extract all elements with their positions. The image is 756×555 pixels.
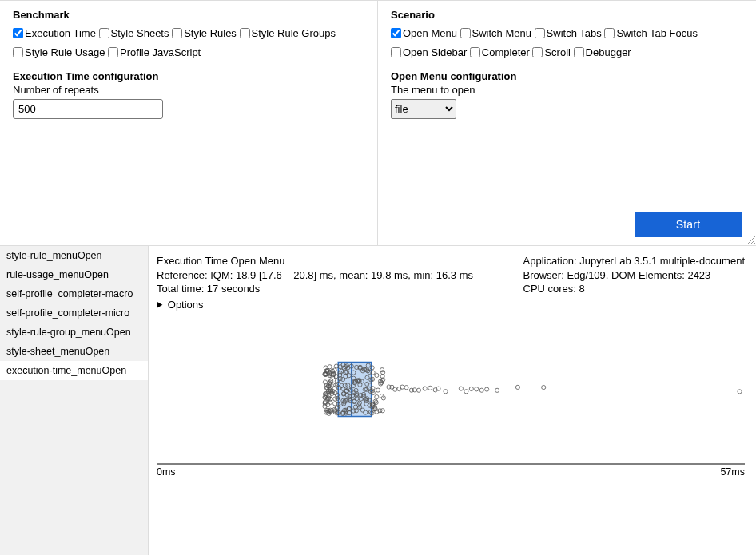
sidebar-item[interactable]: style-rule-group_menuOpen [0, 323, 148, 342]
results-app: Application: JupyterLab 3.5.1 multiple-d… [523, 254, 746, 268]
svg-line-2 [754, 243, 755, 244]
benchmark-option[interactable]: Profile JavaScript [108, 46, 201, 58]
chart-area: 0ms 57ms [157, 315, 745, 483]
sidebar-item[interactable]: self-profile_completer-micro [0, 303, 148, 323]
benchmark-checkbox[interactable] [108, 47, 118, 57]
results-sidebar: style-rule_menuOpenrule-usage_menuOpense… [0, 246, 149, 555]
benchmark-checkboxes: Execution Time Style Sheets Style Rules … [13, 24, 364, 62]
results-summary-left: Execution Time Open Menu Reference: IQM:… [157, 254, 473, 296]
svg-point-151 [328, 364, 332, 368]
x-axis-min: 0ms [157, 466, 176, 478]
resize-handle-icon[interactable] [747, 236, 755, 244]
sidebar-item[interactable]: rule-usage_menuOpen [0, 265, 148, 284]
scenario-option[interactable]: Debugger [574, 46, 631, 58]
scenario-config-title: Open Menu configuration [391, 70, 743, 82]
benchmark-checkbox[interactable] [240, 28, 250, 38]
svg-point-244 [485, 387, 489, 391]
svg-point-228 [397, 387, 401, 390]
options-disclosure[interactable]: Options [157, 299, 745, 311]
scenario-option[interactable]: Open Sidebar [391, 46, 467, 58]
results-summary-right: Application: JupyterLab 3.5.1 multiple-d… [523, 254, 746, 296]
svg-point-247 [542, 385, 546, 389]
results-total-time: Total time: 17 seconds [157, 282, 473, 296]
svg-point-13 [375, 394, 379, 398]
scenario-option[interactable]: Switch Menu [460, 27, 531, 39]
benchmark-column: Benchmark Execution Time Style Sheets St… [0, 1, 378, 245]
svg-point-234 [423, 387, 427, 390]
results-title: Execution Time Open Menu [157, 254, 473, 268]
config-panel: Benchmark Execution Time Style Sheets St… [0, 0, 756, 246]
svg-point-227 [393, 387, 397, 391]
results-panel: style-rule_menuOpenrule-usage_menuOpense… [0, 246, 756, 555]
scenario-checkbox[interactable] [604, 28, 615, 38]
x-axis-max: 57ms [720, 466, 745, 478]
scenario-checkbox[interactable] [532, 47, 543, 57]
svg-point-148 [375, 373, 379, 377]
benchmark-config-sub: Number of repeats [13, 84, 364, 96]
scenario-title: Scenario [391, 9, 743, 21]
benchmark-option[interactable]: Style Rules [172, 27, 237, 39]
svg-point-242 [475, 387, 479, 390]
scenario-option[interactable]: Completer [470, 46, 530, 58]
svg-point-229 [400, 385, 404, 389]
scenario-checkbox[interactable] [535, 28, 545, 38]
svg-point-248 [738, 389, 742, 393]
scenario-option[interactable]: Open Menu [391, 27, 457, 39]
options-summary[interactable]: Options [157, 299, 745, 311]
scenario-option[interactable]: Switch Tabs [535, 27, 602, 39]
scenario-checkbox[interactable] [460, 28, 471, 38]
sidebar-item[interactable]: style-rule_menuOpen [0, 246, 148, 265]
sidebar-item[interactable]: style-sheet_menuOpen [0, 342, 148, 361]
svg-point-238 [444, 389, 448, 393]
scenario-checkbox[interactable] [470, 47, 480, 57]
scenario-checkbox[interactable] [391, 28, 401, 38]
results-browser: Browser: Edg/109, DOM Elements: 2423 [523, 268, 746, 283]
svg-point-94 [380, 367, 384, 371]
scenario-option[interactable]: Switch Tab Focus [604, 27, 698, 39]
svg-point-235 [428, 386, 432, 390]
scenario-checkboxes: Open Menu Switch Menu Switch Tabs Switch… [391, 24, 743, 62]
benchmark-option[interactable]: Style Sheets [99, 27, 169, 39]
scenario-checkbox[interactable] [391, 47, 401, 57]
start-button[interactable]: Start [635, 212, 742, 237]
scenario-column: Scenario Open Menu Switch Menu Switch Ta… [378, 1, 756, 245]
repeats-input[interactable] [13, 99, 163, 119]
benchmark-title: Benchmark [13, 9, 364, 21]
benchmark-option[interactable]: Execution Time [13, 27, 96, 39]
menu-select[interactable]: file [391, 99, 456, 119]
results-area: Execution Time Open Menu Reference: IQM:… [149, 246, 756, 555]
svg-point-243 [479, 388, 483, 392]
results-reference: Reference: IQM: 18.9 [17.6 – 20.8] ms, m… [157, 268, 473, 283]
svg-point-246 [515, 385, 519, 389]
boxplot-chart [157, 315, 745, 463]
benchmark-checkbox[interactable] [13, 47, 23, 57]
benchmark-checkbox[interactable] [99, 28, 109, 38]
svg-point-233 [416, 388, 420, 392]
svg-point-245 [495, 388, 499, 392]
results-cpu: CPU cores: 8 [523, 282, 746, 296]
svg-point-232 [412, 387, 416, 391]
sidebar-item[interactable]: execution-time_menuOpen [0, 361, 148, 380]
svg-point-241 [469, 387, 473, 390]
svg-point-18 [381, 370, 385, 374]
benchmark-checkbox[interactable] [172, 28, 182, 38]
svg-point-230 [404, 385, 408, 389]
benchmark-checkbox[interactable] [13, 28, 23, 38]
svg-point-210 [380, 408, 384, 412]
svg-point-41 [376, 388, 380, 392]
scenario-option[interactable]: Scroll [532, 46, 571, 58]
svg-point-239 [459, 387, 463, 390]
benchmark-option[interactable]: Style Rule Groups [240, 27, 336, 39]
scenario-config-sub: The menu to open [391, 84, 743, 96]
scenario-checkbox[interactable] [574, 47, 584, 57]
benchmark-config-title: Execution Time configuration [13, 70, 364, 82]
benchmark-option[interactable]: Style Rule Usage [13, 46, 105, 58]
sidebar-item[interactable]: self-profile_completer-macro [0, 284, 148, 303]
svg-point-240 [464, 389, 468, 393]
x-axis-labels: 0ms 57ms [157, 466, 745, 478]
